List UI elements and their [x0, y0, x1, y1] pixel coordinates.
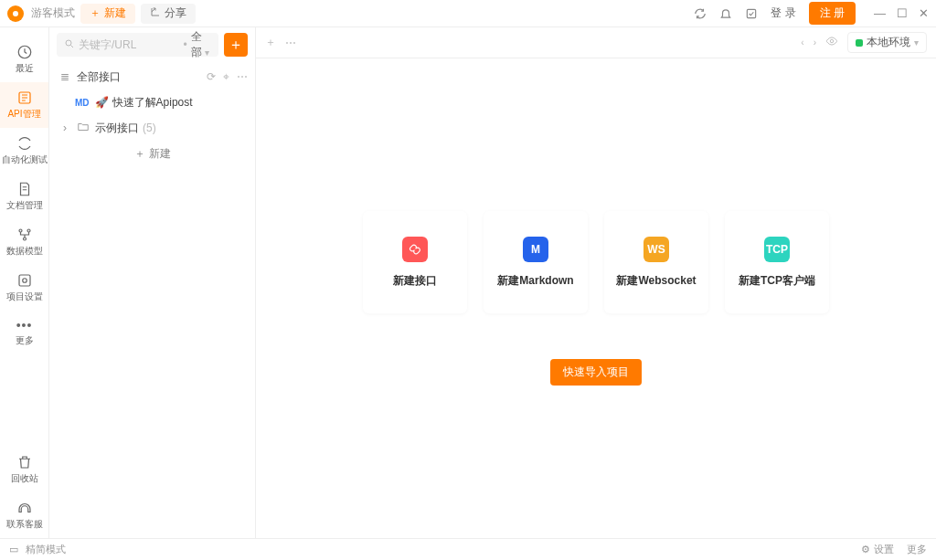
card-new-websocket-icon: WS: [644, 237, 669, 262]
svg-point-0: [13, 11, 18, 16]
quick-import-button[interactable]: 快速导入项目: [550, 359, 642, 386]
login-button[interactable]: 登 录: [771, 5, 795, 21]
tab-more-icon[interactable]: ⋯: [285, 37, 296, 49]
card-new-api-label: 新建接口: [393, 273, 437, 289]
nav-datamodel[interactable]: 数据模型: [0, 219, 48, 265]
tree-item-example-count: (5): [143, 122, 156, 134]
card-new-markdown-label: 新建Markdown: [497, 273, 573, 289]
close-icon[interactable]: ✕: [919, 6, 929, 20]
nav-more-label: 更多: [16, 334, 34, 347]
card-new-tcp[interactable]: TCP新建TCP客户端: [725, 211, 829, 313]
status-more[interactable]: 更多: [907, 543, 927, 556]
svg-rect-7: [19, 275, 30, 286]
new-button[interactable]: ＋ 新建: [80, 4, 135, 24]
gear-icon: ⚙: [861, 544, 870, 555]
tree-item-quicklearn[interactable]: MD 🚀 快速了解Apipost: [49, 90, 255, 115]
nav-recent-label: 最近: [16, 62, 34, 75]
nav-recent[interactable]: 最近: [0, 37, 48, 82]
chevron-down-icon: ▾: [914, 37, 919, 48]
register-button[interactable]: 注 册: [809, 2, 856, 25]
filter-all-label: 全部: [191, 30, 202, 58]
nav-autotest-label: 自动化测试: [2, 153, 48, 166]
svg-point-8: [22, 279, 27, 283]
share-icon: [150, 6, 161, 20]
tree-item-example-label: 示例接口: [95, 121, 139, 136]
check-icon[interactable]: [745, 7, 758, 20]
tab-prev-icon[interactable]: ‹: [801, 37, 803, 48]
tree-root-label: 全部接口: [77, 69, 121, 85]
nav-recycle[interactable]: 回收站: [0, 447, 48, 492]
card-new-markdown-icon: M: [523, 237, 548, 262]
nav-contact-label: 联系客服: [6, 518, 43, 531]
list-icon: ≣: [58, 70, 71, 83]
svg-point-9: [66, 40, 71, 46]
tree-item-quicklearn-label: 快速了解Apipost: [112, 95, 193, 111]
nav-project-settings[interactable]: 项目设置: [0, 265, 48, 311]
env-label: 本地环境: [867, 35, 910, 50]
env-selector[interactable]: 本地环境 ▾: [847, 32, 927, 53]
dots-icon: •••: [16, 318, 33, 333]
tree-new-button[interactable]: ＋ 新建: [49, 141, 255, 166]
card-new-api-icon: [402, 237, 428, 262]
minimize-icon[interactable]: —: [874, 6, 886, 20]
search-icon: [64, 38, 75, 52]
md-badge: MD: [75, 98, 90, 108]
plus-icon: ＋: [134, 146, 145, 162]
tree-item-example-folder[interactable]: › 示例接口 (5): [49, 115, 255, 141]
svg-point-6: [23, 238, 26, 240]
search-box[interactable]: • 全部 ▾: [57, 33, 218, 57]
nav-docs-label: 文档管理: [6, 199, 43, 212]
nav-recycle-label: 回收站: [11, 472, 38, 485]
chevron-right-icon[interactable]: ›: [58, 122, 71, 134]
plus-icon: ＋: [90, 5, 101, 21]
tab-next-icon[interactable]: ›: [814, 37, 816, 48]
share-button-label: 分享: [165, 5, 186, 21]
svg-rect-1: [748, 9, 756, 17]
eye-icon[interactable]: [825, 35, 838, 50]
maximize-icon[interactable]: ☐: [897, 6, 908, 20]
guest-mode-label: 游客模式: [31, 5, 75, 21]
locate-icon[interactable]: ⌖: [223, 70, 229, 83]
new-button-label: 新建: [104, 5, 126, 21]
nav-project-settings-label: 项目设置: [6, 291, 43, 303]
share-button[interactable]: 分享: [141, 4, 196, 24]
svg-point-4: [19, 229, 22, 232]
card-new-tcp-label: 新建TCP客户端: [739, 273, 815, 289]
filter-dot-icon[interactable]: •: [184, 38, 187, 51]
nav-contact[interactable]: 联系客服: [0, 492, 48, 538]
status-mode-icon[interactable]: ▭: [9, 544, 18, 555]
refresh-icon[interactable]: ⟳: [207, 70, 216, 83]
card-new-websocket[interactable]: WS新建Websocket: [604, 211, 708, 313]
card-new-api[interactable]: 新建接口: [363, 211, 467, 313]
bell-icon[interactable]: [719, 7, 732, 20]
card-new-tcp-icon: TCP: [764, 237, 790, 262]
app-logo: [7, 5, 24, 22]
tree-new-label: 新建: [149, 146, 171, 162]
sync-icon[interactable]: [694, 7, 707, 20]
nav-more[interactable]: ••• 更多: [0, 311, 48, 354]
rocket-icon: 🚀: [95, 96, 109, 109]
more-icon[interactable]: ⋯: [237, 70, 248, 83]
env-dot-icon: [856, 39, 863, 47]
card-new-websocket-label: 新建Websocket: [616, 273, 696, 289]
status-settings[interactable]: ⚙ 设置: [861, 543, 894, 556]
nav-datamodel-label: 数据模型: [6, 245, 43, 258]
folder-icon: [77, 121, 90, 136]
side-add-button[interactable]: ＋: [224, 33, 248, 57]
svg-point-10: [830, 39, 834, 43]
status-mode-label[interactable]: 精简模式: [26, 543, 66, 556]
card-new-markdown[interactable]: M新建Markdown: [484, 211, 588, 313]
nav-api[interactable]: API管理: [0, 82, 48, 128]
chevron-down-icon: ▾: [205, 48, 209, 58]
nav-api-label: API管理: [7, 108, 40, 121]
svg-point-5: [27, 229, 30, 232]
nav-autotest[interactable]: 自动化测试: [0, 128, 48, 174]
tab-add-icon[interactable]: ＋: [265, 35, 276, 50]
nav-docs[interactable]: 文档管理: [0, 174, 48, 219]
filter-all[interactable]: 全部 ▾: [191, 29, 211, 60]
tree-root[interactable]: ≣ 全部接口 ⟳ ⌖ ⋯: [49, 64, 255, 90]
status-settings-label: 设置: [874, 543, 894, 556]
search-input[interactable]: [79, 38, 180, 51]
